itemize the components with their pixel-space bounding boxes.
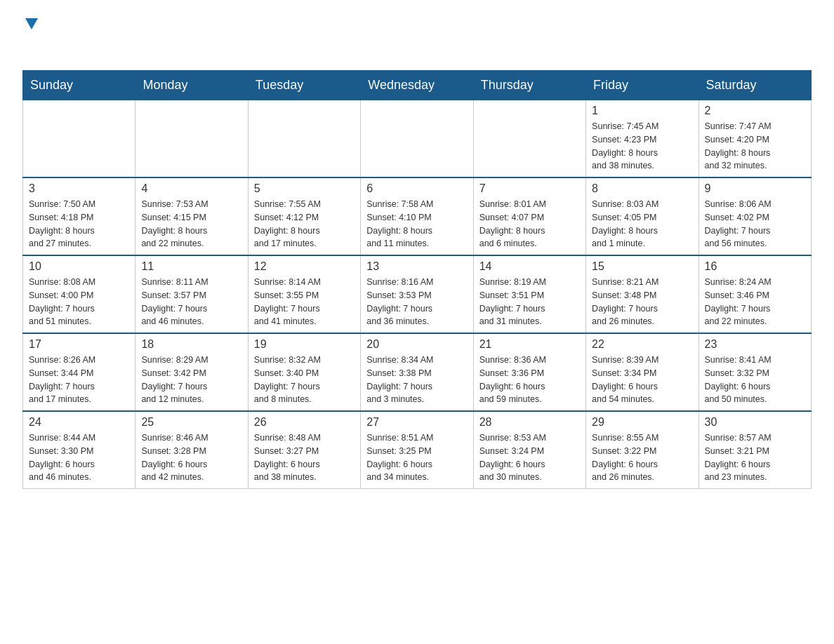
calendar-cell: 4Sunrise: 7:53 AM Sunset: 4:15 PM Daylig… — [135, 177, 248, 255]
calendar-table: SundayMondayTuesdayWednesdayThursdayFrid… — [22, 70, 812, 489]
day-number: 7 — [479, 182, 580, 195]
weekday-header-saturday: Saturday — [699, 71, 811, 100]
day-number: 11 — [141, 260, 241, 273]
day-info: Sunrise: 8:39 AM Sunset: 3:34 PM Dayligh… — [592, 354, 692, 406]
day-number: 25 — [141, 416, 241, 429]
day-info: Sunrise: 8:53 AM Sunset: 3:24 PM Dayligh… — [479, 431, 580, 484]
day-number: 9 — [705, 182, 805, 195]
calendar-cell: 11Sunrise: 8:11 AM Sunset: 3:57 PM Dayli… — [135, 255, 248, 333]
day-info: Sunrise: 8:46 AM Sunset: 3:28 PM Dayligh… — [141, 431, 241, 484]
day-number: 28 — [479, 416, 580, 429]
calendar-cell: 10Sunrise: 8:08 AM Sunset: 4:00 PM Dayli… — [23, 255, 135, 333]
day-number: 5 — [254, 182, 355, 195]
calendar-cell: 21Sunrise: 8:36 AM Sunset: 3:36 PM Dayli… — [473, 333, 585, 411]
calendar-cell — [361, 100, 473, 178]
day-number: 3 — [29, 182, 129, 195]
logo-triangle-icon — [25, 18, 38, 34]
calendar-cell: 23Sunrise: 8:41 AM Sunset: 3:32 PM Dayli… — [699, 333, 811, 411]
calendar-cell: 18Sunrise: 8:29 AM Sunset: 3:42 PM Dayli… — [135, 333, 248, 411]
day-number: 24 — [29, 416, 129, 429]
day-number: 26 — [254, 416, 355, 429]
day-info: Sunrise: 7:53 AM Sunset: 4:15 PM Dayligh… — [141, 198, 241, 250]
calendar-cell — [23, 100, 135, 178]
calendar-week-row: 1Sunrise: 7:45 AM Sunset: 4:23 PM Daylig… — [23, 100, 812, 178]
calendar-cell: 22Sunrise: 8:39 AM Sunset: 3:34 PM Dayli… — [586, 333, 699, 411]
calendar-cell: 24Sunrise: 8:44 AM Sunset: 3:30 PM Dayli… — [23, 411, 135, 489]
day-number: 16 — [705, 260, 805, 273]
calendar-cell: 28Sunrise: 8:53 AM Sunset: 3:24 PM Dayli… — [473, 411, 585, 489]
day-info: Sunrise: 8:06 AM Sunset: 4:02 PM Dayligh… — [705, 198, 805, 250]
calendar-cell: 13Sunrise: 8:16 AM Sunset: 3:53 PM Dayli… — [361, 255, 473, 333]
day-info: Sunrise: 8:21 AM Sunset: 3:48 PM Dayligh… — [592, 276, 692, 328]
day-info: Sunrise: 8:19 AM Sunset: 3:51 PM Dayligh… — [479, 276, 580, 328]
day-number: 6 — [366, 182, 467, 195]
calendar-week-row: 3Sunrise: 7:50 AM Sunset: 4:18 PM Daylig… — [23, 177, 812, 255]
calendar-cell: 19Sunrise: 8:32 AM Sunset: 3:40 PM Dayli… — [248, 333, 360, 411]
day-number: 30 — [705, 416, 805, 429]
calendar-cell — [248, 100, 360, 178]
calendar-cell — [473, 100, 585, 178]
day-info: Sunrise: 8:44 AM Sunset: 3:30 PM Dayligh… — [29, 431, 129, 484]
calendar-cell: 26Sunrise: 8:48 AM Sunset: 3:27 PM Dayli… — [248, 411, 360, 489]
calendar-cell: 27Sunrise: 8:51 AM Sunset: 3:25 PM Dayli… — [361, 411, 473, 489]
calendar-cell: 8Sunrise: 8:03 AM Sunset: 4:05 PM Daylig… — [586, 177, 699, 255]
calendar-cell: 6Sunrise: 7:58 AM Sunset: 4:10 PM Daylig… — [361, 177, 473, 255]
day-number: 27 — [366, 416, 467, 429]
calendar-cell: 12Sunrise: 8:14 AM Sunset: 3:55 PM Dayli… — [248, 255, 360, 333]
calendar-cell: 16Sunrise: 8:24 AM Sunset: 3:46 PM Dayli… — [699, 255, 811, 333]
calendar-week-row: 24Sunrise: 8:44 AM Sunset: 3:30 PM Dayli… — [23, 411, 812, 489]
day-number: 23 — [705, 338, 805, 351]
calendar-cell: 9Sunrise: 8:06 AM Sunset: 4:02 PM Daylig… — [699, 177, 811, 255]
calendar-header-row: SundayMondayTuesdayWednesdayThursdayFrid… — [23, 71, 812, 100]
day-number: 21 — [479, 338, 580, 351]
day-info: Sunrise: 8:24 AM Sunset: 3:46 PM Dayligh… — [705, 276, 805, 328]
calendar-week-row: 10Sunrise: 8:08 AM Sunset: 4:00 PM Dayli… — [23, 255, 812, 333]
svg-marker-0 — [25, 18, 38, 29]
day-info: Sunrise: 8:32 AM Sunset: 3:40 PM Dayligh… — [254, 354, 355, 406]
weekday-header-sunday: Sunday — [23, 71, 135, 100]
day-info: Sunrise: 8:55 AM Sunset: 3:22 PM Dayligh… — [592, 431, 692, 484]
weekday-header-thursday: Thursday — [473, 71, 585, 100]
calendar-cell — [135, 100, 248, 178]
calendar-week-row: 17Sunrise: 8:26 AM Sunset: 3:44 PM Dayli… — [23, 333, 812, 411]
day-number: 8 — [592, 182, 692, 195]
weekday-header-tuesday: Tuesday — [248, 71, 360, 100]
day-info: Sunrise: 8:29 AM Sunset: 3:42 PM Dayligh… — [141, 354, 241, 406]
day-number: 1 — [592, 105, 692, 117]
day-info: Sunrise: 8:41 AM Sunset: 3:32 PM Dayligh… — [705, 354, 805, 406]
day-info: Sunrise: 8:16 AM Sunset: 3:53 PM Dayligh… — [366, 276, 467, 328]
weekday-header-friday: Friday — [586, 71, 699, 100]
calendar-cell: 15Sunrise: 8:21 AM Sunset: 3:48 PM Dayli… — [586, 255, 699, 333]
day-number: 2 — [705, 105, 805, 117]
day-info: Sunrise: 8:26 AM Sunset: 3:44 PM Dayligh… — [29, 354, 129, 406]
calendar-cell: 3Sunrise: 7:50 AM Sunset: 4:18 PM Daylig… — [23, 177, 135, 255]
calendar-cell: 14Sunrise: 8:19 AM Sunset: 3:51 PM Dayli… — [473, 255, 585, 333]
day-number: 13 — [366, 260, 467, 273]
day-info: Sunrise: 8:57 AM Sunset: 3:21 PM Dayligh… — [705, 431, 805, 484]
calendar-cell: 25Sunrise: 8:46 AM Sunset: 3:28 PM Dayli… — [135, 411, 248, 489]
day-number: 18 — [141, 338, 241, 351]
weekday-header-monday: Monday — [135, 71, 248, 100]
day-number: 15 — [592, 260, 692, 273]
calendar-cell: 2Sunrise: 7:47 AM Sunset: 4:20 PM Daylig… — [699, 100, 811, 178]
day-info: Sunrise: 8:11 AM Sunset: 3:57 PM Dayligh… — [141, 276, 241, 328]
day-info: Sunrise: 8:14 AM Sunset: 3:55 PM Dayligh… — [254, 276, 355, 328]
day-info: Sunrise: 8:01 AM Sunset: 4:07 PM Dayligh… — [479, 198, 580, 250]
day-info: Sunrise: 8:34 AM Sunset: 3:38 PM Dayligh… — [366, 354, 467, 406]
calendar-cell: 30Sunrise: 8:57 AM Sunset: 3:21 PM Dayli… — [699, 411, 811, 489]
day-number: 12 — [254, 260, 355, 273]
calendar-cell: 5Sunrise: 7:55 AM Sunset: 4:12 PM Daylig… — [248, 177, 360, 255]
day-number: 19 — [254, 338, 355, 351]
day-number: 14 — [479, 260, 580, 273]
day-number: 22 — [592, 338, 692, 351]
day-number: 17 — [29, 338, 129, 351]
day-info: Sunrise: 8:08 AM Sunset: 4:00 PM Dayligh… — [29, 276, 129, 328]
weekday-header-wednesday: Wednesday — [361, 71, 473, 100]
calendar-cell: 17Sunrise: 8:26 AM Sunset: 3:44 PM Dayli… — [23, 333, 135, 411]
page-header — [22, 17, 812, 56]
day-info: Sunrise: 8:51 AM Sunset: 3:25 PM Dayligh… — [366, 431, 467, 484]
day-info: Sunrise: 7:58 AM Sunset: 4:10 PM Dayligh… — [366, 198, 467, 250]
calendar-cell: 20Sunrise: 8:34 AM Sunset: 3:38 PM Dayli… — [361, 333, 473, 411]
day-number: 10 — [29, 260, 129, 273]
day-info: Sunrise: 7:55 AM Sunset: 4:12 PM Dayligh… — [254, 198, 355, 250]
